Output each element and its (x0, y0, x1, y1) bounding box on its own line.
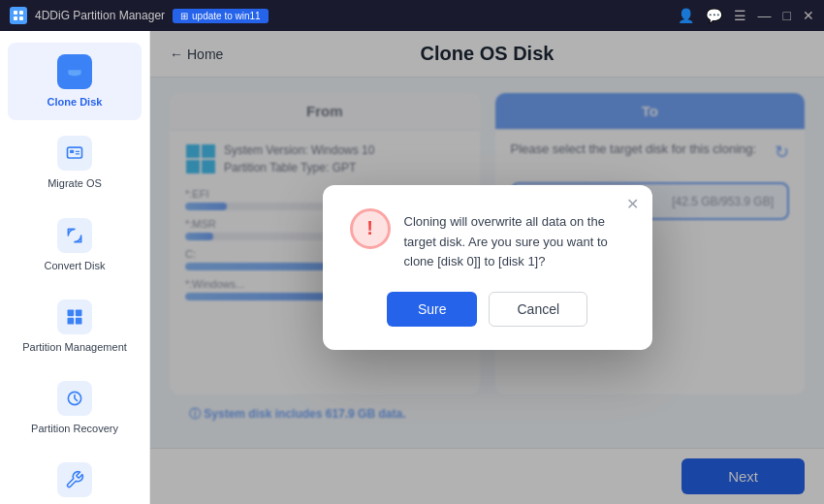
sidebar: Clone Disk Migrate OS Convert Disk Parti… (0, 31, 150, 504)
title-bar-left: 4DDiG Partition Manager ⊞ update to win1… (10, 7, 269, 24)
migrate-os-icon-bg (57, 136, 92, 171)
partition-recovery-icon-bg (57, 381, 92, 416)
svg-rect-10 (76, 309, 82, 316)
sidebar-item-convert-disk[interactable]: Convert Disk (8, 206, 142, 284)
menu-icon[interactable]: ☰ (734, 8, 746, 23)
toolkit-icon-bg (57, 462, 92, 497)
window-controls: 👤 💬 ☰ — □ ✕ (678, 8, 814, 23)
content-area: ← Home Clone OS Disk From (150, 31, 824, 504)
sidebar-item-toolkit[interactable]: Toolkit (8, 451, 142, 504)
convert-disk-icon-bg (57, 218, 92, 253)
sidebar-item-clone-disk-label: Clone Disk (48, 95, 103, 109)
svg-rect-5 (68, 147, 82, 158)
warning-icon: ! (350, 208, 391, 249)
app-logo (10, 7, 27, 24)
app-name: 4DDiG Partition Manager (35, 9, 165, 22)
svg-rect-12 (76, 318, 82, 325)
svg-rect-6 (70, 150, 74, 153)
maximize-button[interactable]: □ (783, 8, 791, 23)
sidebar-item-partition-mgmt-label: Partition Management (22, 340, 127, 354)
profile-icon[interactable]: 👤 (678, 8, 694, 23)
close-button[interactable]: ✕ (803, 8, 814, 23)
svg-rect-2 (14, 16, 17, 20)
sidebar-item-partition-recovery[interactable]: Partition Recovery (8, 369, 142, 447)
svg-rect-1 (19, 11, 23, 15)
clone-disk-icon-bg (57, 54, 92, 89)
confirmation-modal: ✕ ! Cloning will overwrite all data on t… (323, 185, 652, 350)
sidebar-item-migrate-os-label: Migrate OS (48, 176, 102, 190)
modal-actions: Sure Cancel (350, 292, 625, 327)
update-badge[interactable]: ⊞ update to win11 (173, 9, 269, 23)
modal-message: Cloning will overwrite all data on the t… (404, 208, 625, 272)
svg-rect-3 (19, 16, 23, 20)
sidebar-item-partition-recovery-label: Partition Recovery (31, 422, 118, 435)
sidebar-item-convert-disk-label: Convert Disk (45, 259, 106, 272)
cancel-button[interactable]: Cancel (489, 292, 587, 327)
svg-rect-9 (68, 309, 75, 316)
svg-rect-11 (68, 318, 75, 325)
sidebar-item-partition-management[interactable]: Partition Management (8, 288, 142, 365)
minimize-button[interactable]: — (758, 8, 772, 23)
svg-rect-0 (14, 11, 17, 15)
title-bar: 4DDiG Partition Manager ⊞ update to win1… (0, 0, 824, 31)
modal-overlay: ✕ ! Cloning will overwrite all data on t… (150, 31, 824, 504)
sidebar-item-clone-disk[interactable]: Clone Disk (8, 43, 142, 120)
windows-icon: ⊞ (180, 11, 188, 21)
partition-mgmt-icon-bg (57, 299, 92, 334)
modal-body: ! Cloning will overwrite all data on the… (350, 208, 625, 272)
sidebar-item-migrate-os[interactable]: Migrate OS (8, 124, 142, 202)
app-body: Clone Disk Migrate OS Convert Disk Parti… (0, 31, 824, 504)
chat-icon[interactable]: 💬 (706, 8, 722, 23)
modal-close-button[interactable]: ✕ (626, 197, 639, 212)
sure-button[interactable]: Sure (387, 292, 478, 327)
